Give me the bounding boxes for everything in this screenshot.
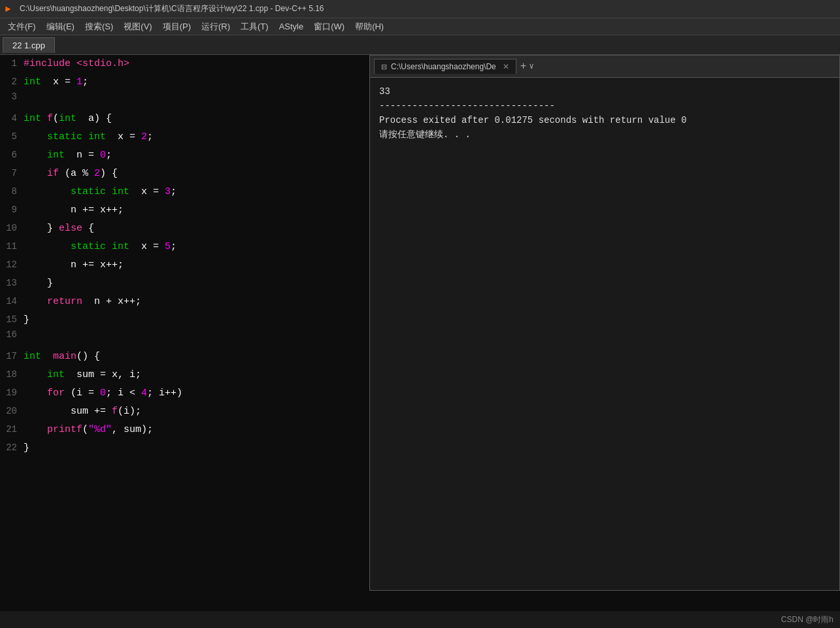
code-text: return n + x++; bbox=[24, 293, 141, 311]
status-bar: CSDN @时雨h bbox=[709, 611, 840, 628]
status-text: CSDN @时雨h bbox=[781, 614, 833, 625]
code-text: int x = 1; bbox=[24, 73, 88, 91]
code-text: int n = 0; bbox=[24, 146, 112, 165]
code-text: int sum = x, i; bbox=[24, 366, 141, 384]
terminal-window: ⊟ C:\Users\huangshaozheng\De ✕ + ∨ 33---… bbox=[369, 55, 840, 591]
menu-item[interactable]: 视图(V) bbox=[118, 20, 157, 34]
terminal-icon: ⊟ bbox=[381, 63, 387, 71]
line-number: 4⊟ bbox=[0, 113, 24, 124]
line-number: 10 bbox=[0, 223, 24, 233]
line-number: 1 bbox=[0, 58, 24, 69]
line-number: 14 bbox=[0, 296, 24, 306]
menu-item[interactable]: 编辑(E) bbox=[41, 20, 80, 34]
code-text: if (a % 2) { bbox=[24, 165, 118, 183]
menu-item[interactable]: 帮助(H) bbox=[350, 20, 389, 34]
code-text: n += x++; bbox=[24, 201, 124, 220]
menu-bar: 文件(F)编辑(E)搜索(S)视图(V)项目(P)运行(R)工具(T)AStyl… bbox=[0, 18, 840, 35]
app-icon: ► bbox=[5, 4, 16, 14]
file-tab[interactable]: 22 1.cpp bbox=[3, 37, 55, 53]
menu-item[interactable]: 文件(F) bbox=[3, 20, 41, 34]
terminal-body: 33--------------------------------Proces… bbox=[370, 78, 839, 590]
line-number: 19 bbox=[0, 388, 24, 398]
code-text: for (i = 0; i < 4; i++) bbox=[24, 384, 182, 403]
menu-item[interactable]: 项目(P) bbox=[158, 20, 196, 34]
title-bar: ► C:\Users\huangshaozheng\Desktop\计算机\C语… bbox=[0, 0, 840, 18]
menu-item[interactable]: 运行(R) bbox=[196, 20, 235, 34]
code-text: int f(int a) { bbox=[24, 110, 112, 128]
terminal-arrow-button[interactable]: ∨ bbox=[529, 61, 533, 71]
line-number: 3 bbox=[0, 91, 24, 102]
code-text: static int x = 3; bbox=[24, 183, 176, 201]
code-text: #include <stdio.h> bbox=[24, 55, 129, 73]
terminal-line: -------------------------------- bbox=[379, 99, 830, 113]
line-number: 2 bbox=[0, 76, 24, 87]
line-number: 7⊟ bbox=[0, 168, 24, 178]
line-number: 11 bbox=[0, 241, 24, 252]
terminal-line: 33 bbox=[379, 84, 830, 99]
terminal-tab-label: C:\Users\huangshaozheng\De bbox=[391, 62, 496, 71]
terminal-line: 请按任意键继续. . . bbox=[379, 127, 830, 142]
menu-item[interactable]: 工具(T) bbox=[235, 20, 274, 34]
code-text: sum += f(i); bbox=[24, 403, 141, 421]
menu-item[interactable]: AStyle bbox=[274, 20, 309, 33]
code-text: static int x = 5; bbox=[24, 238, 176, 256]
terminal-tab-bar: ⊟ C:\Users\huangshaozheng\De ✕ + ∨ bbox=[370, 56, 839, 78]
line-number: 9 bbox=[0, 205, 24, 215]
terminal-add-button[interactable]: + bbox=[520, 61, 527, 73]
terminal-line: Process exited after 0.01275 seconds wit… bbox=[379, 113, 830, 127]
code-text: printf("%d", sum); bbox=[24, 421, 153, 439]
menu-item[interactable]: 搜索(S) bbox=[80, 20, 118, 34]
line-number: 20 bbox=[0, 406, 24, 416]
code-text: static int x = 2; bbox=[24, 128, 153, 146]
line-number: 6 bbox=[0, 150, 24, 160]
code-text: } bbox=[24, 274, 53, 293]
title-bar-text: C:\Users\huangshaozheng\Desktop\计算机\C语言程… bbox=[20, 3, 324, 14]
line-number: 12 bbox=[0, 259, 24, 270]
line-number: 17⊟ bbox=[0, 351, 24, 361]
code-text: n += x++; bbox=[24, 256, 124, 274]
code-text: } bbox=[24, 439, 29, 457]
terminal-close-button[interactable]: ✕ bbox=[503, 62, 509, 71]
line-number: 15⊟ bbox=[0, 314, 24, 325]
code-text: } bbox=[24, 311, 29, 329]
menu-item[interactable]: 窗口(W) bbox=[309, 20, 350, 34]
code-text: } else { bbox=[24, 220, 94, 238]
line-number: 5 bbox=[0, 131, 24, 142]
tab-bar: 22 1.cpp bbox=[0, 35, 840, 55]
line-number: 8 bbox=[0, 186, 24, 197]
line-number: 13 bbox=[0, 278, 24, 288]
code-text: int main() { bbox=[24, 348, 100, 366]
terminal-tab[interactable]: ⊟ C:\Users\huangshaozheng\De ✕ bbox=[374, 59, 516, 74]
line-number: 21 bbox=[0, 424, 24, 435]
line-number: 22⊟ bbox=[0, 442, 24, 453]
main-area: 1#include <stdio.h>2int x = 1;34⊟int f(i… bbox=[0, 55, 840, 611]
line-number: 18 bbox=[0, 369, 24, 380]
line-number: 16 bbox=[0, 329, 24, 340]
